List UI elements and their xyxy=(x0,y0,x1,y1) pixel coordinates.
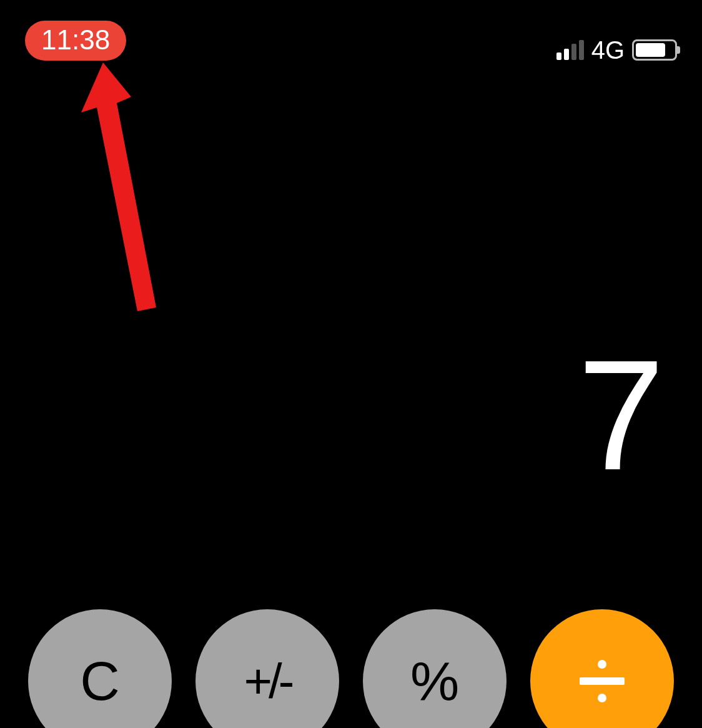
percent-button[interactable]: % xyxy=(363,609,507,728)
status-bar: 11:38 4G xyxy=(0,19,702,62)
battery-icon xyxy=(632,39,677,61)
plus-minus-label: +/- xyxy=(244,653,290,710)
calculator-display: 7 xyxy=(578,337,665,494)
divide-button[interactable] xyxy=(530,609,674,728)
divide-icon xyxy=(580,660,625,702)
calculator-button-row: C +/- % xyxy=(0,584,702,728)
status-right-group: 4G xyxy=(556,36,677,64)
clear-button[interactable]: C xyxy=(28,609,172,728)
annotation-arrow-icon xyxy=(78,62,178,312)
plus-minus-button[interactable]: +/- xyxy=(195,609,339,728)
time-recording-pill[interactable]: 11:38 xyxy=(25,21,126,61)
battery-fill xyxy=(636,43,665,57)
svg-marker-0 xyxy=(81,62,156,311)
network-type-label: 4G xyxy=(591,36,625,64)
cellular-signal-icon xyxy=(556,40,584,60)
